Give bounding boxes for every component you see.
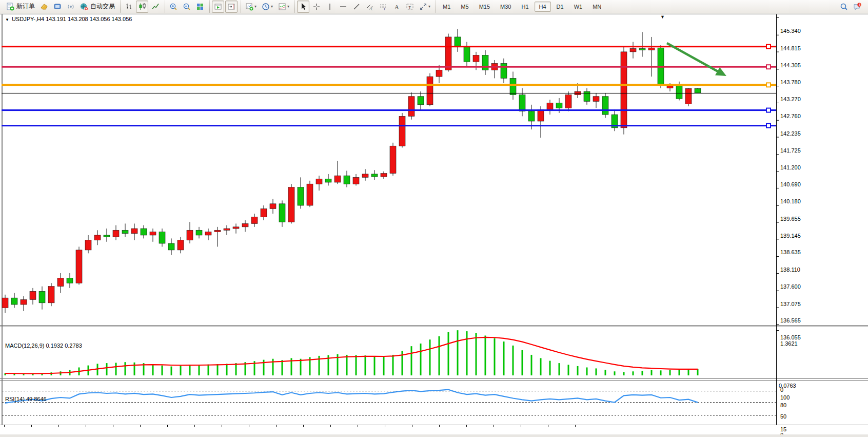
rsi-axis-label: 80: [780, 402, 786, 408]
price-tick-label: 140.180: [780, 198, 801, 204]
svg-text:E: E: [371, 7, 373, 10]
new-order-icon: [6, 3, 14, 11]
price-tick-label: 140.690: [780, 181, 801, 187]
timeframe-h4-button[interactable]: H4: [535, 2, 551, 12]
price-tick-label: 144.305: [780, 62, 801, 68]
autotrade-icon: [80, 3, 88, 11]
price-tick-label: 138.110: [780, 267, 800, 273]
vertical-line-tool-button[interactable]: [324, 1, 336, 13]
timeframe-m30-button[interactable]: M30: [496, 2, 516, 12]
main-toolbar: 新订单自动交易▾▾▾EFAT▾M1M5M15M30H1H4D1W1MN1: [0, 0, 868, 13]
new-order-button-label: 新订单: [16, 2, 35, 11]
fibonacci-tool-button[interactable]: F: [377, 1, 389, 13]
signals-button[interactable]: [65, 1, 77, 13]
timeframe-mn-button[interactable]: MN: [588, 2, 606, 12]
timeframe-h1-button[interactable]: H1: [517, 2, 533, 12]
templates-icon: [278, 3, 286, 11]
chart-shift-button[interactable]: [225, 1, 238, 13]
styler-icon: [40, 3, 48, 11]
price-tick-label: 136.055: [780, 334, 801, 340]
chart-window[interactable]: ▼USDJPY-,H4 143.191 143.208 143.056 143.…: [0, 14, 868, 437]
new-chart-icon: [245, 3, 253, 11]
price-tick-label: 137.075: [780, 301, 801, 307]
trendline-icon: [352, 3, 361, 11]
channel-icon: E: [366, 3, 374, 11]
zoom-out-button[interactable]: [181, 1, 193, 13]
chevron-down-icon[interactable]: ▾: [428, 4, 430, 9]
terminal-button[interactable]: [51, 1, 64, 13]
macd-axis-label: 0: [780, 387, 783, 393]
chevron-down-icon[interactable]: ▾: [287, 4, 289, 9]
svg-text:1: 1: [859, 3, 861, 7]
price-tick-label: 139.655: [780, 216, 801, 222]
new-chart-button[interactable]: ▾: [243, 1, 259, 13]
timeframe-m15-button[interactable]: M15: [475, 2, 495, 12]
templates-button[interactable]: ▾: [276, 1, 291, 13]
styler-button[interactable]: [38, 1, 50, 13]
chevron-down-icon[interactable]: ▾: [271, 4, 273, 9]
bar-chart-mode-button[interactable]: [123, 1, 135, 13]
price-tick-label: 139.145: [780, 233, 801, 239]
svg-text:F: F: [384, 7, 386, 11]
auto-trading-button[interactable]: 自动交易: [78, 1, 117, 13]
price-tick-label: 136.565: [780, 317, 801, 324]
timeframe-m5-button[interactable]: M5: [456, 2, 473, 12]
search-button[interactable]: [838, 1, 850, 13]
line-chart-mode-button[interactable]: [149, 1, 162, 13]
notifications-button[interactable]: 1: [851, 1, 863, 13]
chart-canvas[interactable]: [0, 14, 868, 437]
price-tick-label: 137.600: [780, 283, 801, 290]
tile-windows-button[interactable]: [194, 1, 206, 13]
linechart-icon: [151, 3, 160, 11]
zoom-in-icon: [169, 3, 177, 11]
symbol-ohlc-text: USDJPY-,H4 143.191 143.208 143.056 143.0…: [12, 16, 132, 22]
price-tick-label: 142.235: [780, 130, 801, 137]
svg-text:A: A: [394, 3, 399, 10]
toolbar-group: EFAT▾: [294, 1, 435, 13]
channel-tool-button[interactable]: E: [364, 1, 376, 13]
cursor-tool-button[interactable]: [297, 1, 309, 13]
timeframe-m1-button[interactable]: M1: [438, 2, 455, 12]
candlestick-mode-button[interactable]: [136, 1, 148, 13]
collapse-icon[interactable]: ▼: [5, 17, 9, 22]
toolbar-group: 新订单自动交易: [2, 1, 119, 13]
horizontal-line-tool-button[interactable]: [337, 1, 349, 13]
trendline-tool-button[interactable]: [350, 1, 363, 13]
periods-icon: [262, 3, 270, 11]
chart-shift-icon: [227, 3, 235, 11]
chevron-down-icon[interactable]: ▾: [254, 4, 257, 9]
macd-title: MACD(12,26,9) 0.1932 0.2783: [5, 343, 82, 349]
label-tool-button[interactable]: T: [404, 1, 416, 13]
zoom-in-button[interactable]: [167, 1, 180, 13]
periods-button[interactable]: ▾: [260, 1, 275, 13]
timeframe-w1-button[interactable]: W1: [569, 2, 587, 12]
price-tick-label: 142.760: [780, 113, 801, 119]
new-order-button[interactable]: 新订单: [4, 1, 37, 13]
cursor-icon: [299, 3, 307, 11]
timeframe-group: M1M5M15M30H1H4D1W1MN: [436, 1, 608, 13]
vline-icon: [326, 3, 334, 11]
shapes-tool-button[interactable]: ▾: [417, 1, 432, 13]
toolbar-group: [209, 1, 240, 13]
crosshair-tool-button[interactable]: [310, 1, 323, 13]
text-tool-button[interactable]: A: [390, 1, 403, 13]
chart-shift-marker-icon[interactable]: ▼: [660, 14, 665, 20]
zoom-out-icon: [183, 3, 191, 11]
tile-windows-icon: [196, 3, 204, 11]
text-icon: A: [392, 3, 401, 11]
rsi-axis-label: 50: [780, 413, 786, 420]
timeframe-d1-button[interactable]: D1: [552, 2, 568, 12]
label-icon: T: [406, 3, 414, 11]
rsi-title: RSI(14) 49.8646: [5, 396, 47, 402]
signals-icon: [67, 3, 75, 11]
auto-scroll-icon: [214, 3, 222, 11]
toolbar-group: [120, 1, 164, 13]
auto-scroll-button[interactable]: [212, 1, 224, 13]
price-tick-label: 145.340: [780, 28, 801, 34]
hline-icon: [339, 3, 347, 11]
search-icon: [840, 3, 848, 11]
bars-icon: [125, 3, 133, 11]
mt4-terminal: { "toolbar": { "groups": [ {"items":[ {"…: [0, 0, 868, 437]
rsi-axis-label: 100: [780, 394, 790, 401]
symbol-header: ▼USDJPY-,H4 143.191 143.208 143.056 143.…: [5, 16, 132, 22]
